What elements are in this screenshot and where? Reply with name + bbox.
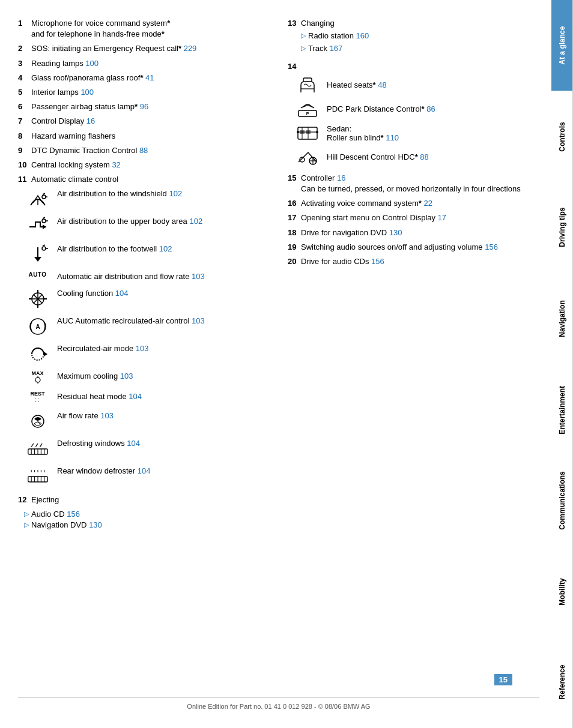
page-link[interactable]: 100	[80, 88, 94, 97]
sidebar-tab-entertainment[interactable]: Entertainment	[551, 364, 573, 456]
climate-icon	[24, 188, 51, 210]
item-number: 1	[18, 18, 31, 40]
climate-icon: A	[24, 316, 51, 337]
hdc-text: Hill Descent Control HDC* 88	[327, 152, 429, 161]
page-link[interactable]: 160	[356, 31, 369, 40]
svg-point-18	[35, 378, 40, 382]
page-link[interactable]: 96	[140, 102, 148, 111]
item-content: Drive for audio CDs 156	[301, 256, 539, 267]
climate-icon	[24, 244, 51, 265]
item-number: 20	[288, 256, 301, 267]
page-link[interactable]: 104	[127, 439, 140, 448]
main-content: 1 Microphone for voice command system* a…	[0, 0, 551, 728]
page-link[interactable]: 110	[386, 133, 399, 142]
page-link[interactable]: 102	[159, 244, 172, 253]
two-col-layout: 1 Microphone for voice command system* a…	[18, 18, 539, 674]
page-link[interactable]: 156	[67, 510, 80, 519]
page-link[interactable]: 130	[89, 520, 102, 529]
list-item: 19 Switching audio sources on/off and ad…	[288, 242, 539, 253]
hdc-svg	[296, 148, 319, 167]
item-number: 5	[18, 87, 31, 98]
item-number: 4	[18, 73, 31, 83]
page-link[interactable]: 86	[426, 104, 435, 113]
footer: Online Edition for Part no. 01 41 0 012 …	[18, 697, 539, 710]
page-link[interactable]: 100	[85, 59, 99, 68]
item-content: Opening start menu on Control Display 17	[301, 212, 539, 223]
sidebar-tab-communications[interactable]: Communications	[551, 455, 573, 546]
climate-icon-row: Air distribution to the upper body area …	[24, 216, 270, 238]
pdc-icon: P	[294, 100, 321, 119]
page-link[interactable]: 104	[138, 466, 151, 475]
list-item: 2 SOS: initiating an Emergency Request c…	[18, 43, 270, 54]
page-link[interactable]: 41	[145, 73, 154, 82]
item-number: 6	[18, 101, 31, 112]
svg-point-44	[316, 131, 318, 133]
list-item: 6 Passenger airbag status lamp* 96	[18, 101, 270, 112]
list-item: 3 Reading lamps 100	[18, 58, 270, 69]
sidebar-tab-label: Controls	[558, 122, 566, 151]
page-link[interactable]: 88	[420, 152, 428, 161]
page-link[interactable]: 103	[136, 344, 149, 353]
item-content: Hazard warning flashers	[31, 131, 270, 142]
page-link[interactable]: 16	[337, 173, 345, 182]
item-number: 17	[288, 212, 301, 223]
item-number: 14	[288, 61, 301, 72]
sub-item: ▷ Navigation DVD 130	[24, 520, 270, 529]
page-link[interactable]: 32	[112, 160, 120, 169]
sub-item-text: Audio CD 156	[31, 510, 80, 519]
page-link[interactable]: 104	[129, 392, 142, 401]
page-link[interactable]: 22	[423, 199, 432, 208]
list-item: 9 DTC Dynamic Traction Control 88	[18, 145, 270, 156]
item-content: Drive for navigation DVD 130	[301, 227, 539, 238]
auto-label: AUTO	[28, 271, 46, 278]
item-content: Glass roof/panorama glass roof* 41	[31, 73, 270, 83]
climate-icon-text: Air distribution to the footwell 102	[57, 244, 270, 254]
page-wrapper: 1 Microphone for voice command system* a…	[0, 0, 573, 728]
arrow-icon: ▷	[301, 44, 306, 53]
page-link[interactable]: 88	[139, 146, 148, 155]
roller-text: Sedan:Roller sun blind* 110	[327, 124, 399, 142]
climate-icon-text: Automatic air distribution and flow rate…	[57, 271, 270, 282]
climate-icon-row: Air distribution to the footwell 102	[24, 244, 270, 265]
sidebar-tab-navigation[interactable]: Navigation	[551, 273, 573, 364]
page-link[interactable]: 103	[192, 272, 205, 281]
page-link[interactable]: 17	[438, 213, 446, 222]
page-link[interactable]: 102	[189, 217, 202, 226]
sidebar-tab-at-a-glance[interactable]: At a glance	[551, 0, 573, 91]
sidebar-tab-reference[interactable]: Reference	[551, 637, 573, 728]
page-link[interactable]: 16	[86, 116, 95, 125]
item-number: 11	[18, 174, 31, 185]
svg-rect-41	[300, 130, 305, 134]
item-content: SOS: initiating an Emergency Request cal…	[31, 43, 270, 54]
sidebar-tab-label: Driving tips	[558, 208, 566, 247]
sidebar-tab-mobility[interactable]: Mobility	[551, 546, 573, 637]
climate-icon-text: Maximum cooling 103	[57, 371, 270, 382]
page-link[interactable]: 229	[184, 44, 197, 53]
item-content: Switching audio sources on/off and adjus…	[301, 242, 539, 253]
climate-icon-text: Residual heat mode 104	[57, 391, 270, 402]
item-content: Automatic climate control	[31, 174, 270, 185]
page-link[interactable]: 130	[389, 228, 402, 237]
climate-icon	[24, 216, 51, 238]
page-link[interactable]: 167	[330, 44, 343, 53]
item-number: 18	[288, 227, 301, 238]
page-link[interactable]: 48	[378, 80, 386, 89]
climate-icon-text: Air flow rate 103	[57, 411, 270, 421]
sidebar-tab-controls[interactable]: Controls	[551, 91, 573, 182]
page-link[interactable]: 156	[485, 242, 498, 251]
page-link[interactable]: 103	[192, 316, 205, 325]
page-link[interactable]: 103	[100, 411, 114, 420]
sidebar-tab-driving-tips[interactable]: Driving tips	[551, 182, 573, 273]
list-item: 7 Control Display 16	[18, 116, 270, 127]
page-link[interactable]: 103	[120, 372, 133, 381]
climate-icon-row: Cooling function 104	[24, 288, 270, 310]
climate-icon	[24, 343, 51, 365]
svg-point-43	[297, 131, 299, 133]
page-link[interactable]: 102	[169, 189, 182, 198]
item-content: Ejecting	[31, 495, 270, 505]
item-number: 9	[18, 145, 31, 156]
page-number: 15	[494, 674, 512, 685]
sub-item: ▷ Audio CD 156	[24, 510, 270, 519]
page-link[interactable]: 104	[115, 289, 129, 298]
page-link[interactable]: 156	[371, 257, 384, 266]
